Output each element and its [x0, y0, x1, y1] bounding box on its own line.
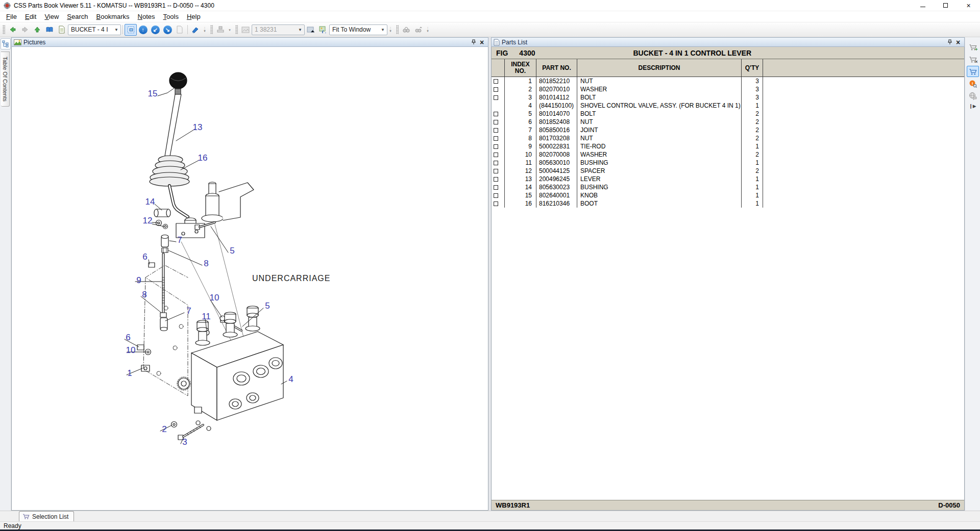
next-picture-button[interactable] [305, 24, 317, 36]
diagram-callout-8[interactable]: 8 [142, 290, 146, 300]
row-checkbox-cell[interactable] [492, 77, 505, 85]
search-forward-button[interactable] [412, 24, 425, 36]
checkbox[interactable] [494, 153, 498, 157]
row-checkbox-cell[interactable] [492, 85, 505, 93]
zoom-in-button[interactable]: ↑ [137, 24, 149, 36]
open-book-button[interactable] [43, 24, 56, 36]
close-button[interactable]: × [957, 0, 980, 11]
minimize-button[interactable] [911, 0, 934, 11]
menu-search[interactable]: Search [63, 12, 92, 21]
close-icon[interactable]: × [478, 38, 486, 46]
parts-table-row[interactable]: 14805630023BUSHING1 [492, 183, 964, 191]
part-info-button[interactable]: i [967, 78, 979, 89]
pictures-canvas[interactable]: 15131614127685981057116101423 UNDERCARRI… [11, 47, 488, 511]
search-back-button[interactable] [400, 24, 412, 36]
toolbar-overflow[interactable]: ▾ [227, 24, 233, 36]
selection-list-button[interactable] [967, 66, 979, 77]
menu-tools[interactable]: Tools [159, 12, 183, 21]
row-checkbox-cell[interactable] [492, 191, 505, 199]
zoom-reset-button[interactable]: ↘ [161, 24, 174, 36]
checkbox[interactable] [494, 201, 498, 206]
checkbox[interactable] [494, 185, 498, 190]
parts-table-row[interactable]: 13200496245LEVER1 [492, 175, 964, 183]
diagram-callout-12[interactable]: 12 [143, 216, 153, 226]
selection-list-tab[interactable]: Selection List [19, 511, 74, 521]
row-checkbox-cell[interactable] [492, 159, 505, 167]
parts-table-row[interactable]: 9500022831TIE-ROD1 [492, 142, 964, 150]
up-level-button[interactable] [31, 24, 43, 36]
checkbox[interactable] [494, 95, 498, 100]
parts-table-row[interactable]: 8801703208NUT2 [492, 134, 964, 142]
pin-icon[interactable] [946, 38, 954, 46]
parts-table-row[interactable]: 15802640001KNOB1 [492, 191, 964, 199]
diagram-callout-1[interactable]: 1 [127, 368, 132, 378]
parts-table-row[interactable]: 12500044125SPACER2 [492, 167, 964, 175]
diagram-callout-7[interactable]: 7 [186, 306, 191, 316]
diagram-callout-10[interactable]: 10 [210, 293, 219, 303]
diagram-callout-3[interactable]: 3 [182, 437, 187, 447]
parts-table-row[interactable]: 3801014112BOLT3 [492, 93, 964, 102]
stamp-button[interactable] [214, 24, 227, 36]
menu-help[interactable]: Help [183, 12, 205, 21]
checkbox[interactable] [494, 144, 498, 149]
back-button[interactable] [7, 24, 19, 36]
toolbar-overflow[interactable]: ⋮▾ [425, 24, 431, 36]
diagram-callout-2[interactable]: 2 [162, 424, 166, 435]
book-combo[interactable]: BUCKET - 4 I ▼ [68, 24, 121, 35]
zoom-out-button[interactable]: ↙ [149, 24, 161, 36]
diagram-callout-5[interactable]: 5 [265, 301, 270, 311]
forward-button[interactable] [19, 24, 31, 36]
checkbox[interactable] [494, 169, 498, 173]
checkbox[interactable] [494, 79, 498, 84]
parts-table-row[interactable]: 10802070008WASHER2 [492, 150, 964, 159]
parts-table-row[interactable]: 2802070010WASHER3 [492, 85, 964, 93]
parts-table-row[interactable]: 4(844150100)SHOVEL CONTROL VALVE, ASSY. … [492, 102, 964, 110]
row-checkbox-cell[interactable] [492, 183, 505, 191]
row-checkbox-cell[interactable] [492, 126, 505, 134]
checkbox[interactable] [494, 177, 498, 182]
parts-table-row[interactable]: 11805630010BUSHING1 [492, 159, 964, 167]
row-checkbox-cell[interactable] [492, 150, 505, 159]
maximize-button[interactable] [934, 0, 957, 11]
parts-table-row[interactable]: 7805850016JOINT2 [492, 126, 964, 134]
diagram-callout-15[interactable]: 15 [148, 89, 158, 99]
close-icon[interactable]: × [954, 38, 962, 46]
rail-expand-button[interactable]: ❙▶ [969, 104, 976, 109]
checkbox[interactable] [494, 112, 498, 116]
diagram-callout-13[interactable]: 13 [193, 122, 203, 133]
page-button[interactable] [56, 24, 68, 36]
toolbar-overflow[interactable]: ⋮▾ [387, 24, 394, 36]
row-checkbox-cell[interactable] [492, 134, 505, 142]
row-checkbox-cell[interactable] [492, 93, 505, 102]
parts-table-row[interactable]: 5801014070BOLT2 [492, 110, 964, 118]
checkbox[interactable] [494, 161, 498, 165]
parts-table-row[interactable]: 1801852210NUT3 [492, 77, 964, 85]
comments-button[interactable] [967, 90, 979, 102]
zoom-select-tool-button[interactable] [125, 24, 137, 36]
parts-table-row[interactable]: 6801852408NUT2 [492, 118, 964, 126]
checkbox[interactable] [494, 128, 498, 133]
menu-file[interactable]: File [2, 12, 21, 21]
link-picture-button[interactable] [317, 24, 329, 36]
row-checkbox-cell[interactable] [492, 118, 505, 126]
table-of-contents-tab[interactable]: Table Of Contents [1, 52, 10, 107]
toolbar-overflow[interactable]: ⋮▾ [202, 24, 208, 36]
diagram-callout-5[interactable]: 5 [230, 246, 234, 256]
add-to-cart-button[interactable]: + [967, 41, 979, 53]
row-checkbox-cell[interactable] [492, 110, 505, 118]
checkbox[interactable] [494, 136, 498, 141]
page-number-field[interactable]: 1 38231 ▼ [252, 24, 305, 35]
row-checkbox-cell[interactable] [492, 102, 505, 110]
diagram-callout-4[interactable]: 4 [288, 374, 293, 385]
diagram-callout-16[interactable]: 16 [198, 153, 208, 163]
checkbox[interactable] [494, 120, 498, 124]
pin-icon[interactable] [470, 38, 478, 46]
diagram-callout-6[interactable]: 6 [142, 252, 147, 262]
menu-notes[interactable]: Notes [134, 12, 159, 21]
row-checkbox-cell[interactable] [492, 142, 505, 150]
row-checkbox-cell[interactable] [492, 167, 505, 175]
row-checkbox-cell[interactable] [492, 175, 505, 183]
menu-bookmarks[interactable]: Bookmarks [92, 12, 134, 21]
diagram-callout-9[interactable]: 9 [136, 275, 141, 286]
prev-picture-button[interactable] [239, 24, 252, 36]
